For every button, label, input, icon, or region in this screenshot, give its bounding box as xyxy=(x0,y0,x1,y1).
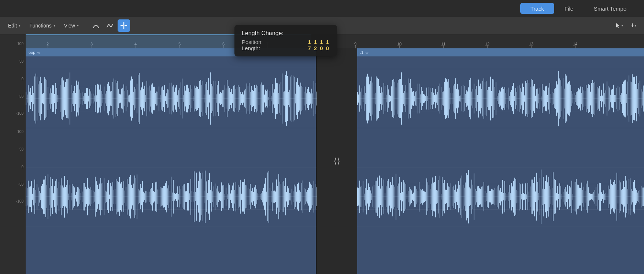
top-nav-bar: Track File Smart Tempo xyxy=(0,0,644,17)
svg-point-1 xyxy=(98,27,99,28)
region-right[interactable]: .1 ∞ xyxy=(357,48,644,274)
db-label-0-bot: 0 xyxy=(21,165,23,169)
track-area: oop ∞ ⟨⟩ .1 ∞ xyxy=(26,48,644,274)
splice-icon xyxy=(120,22,128,30)
functions-menu-button[interactable]: Functions ▾ xyxy=(26,21,59,30)
splice-tool-button[interactable] xyxy=(118,19,130,32)
envelope-icon xyxy=(106,22,114,29)
svg-point-0 xyxy=(93,27,94,28)
tooltip-title: Length Change: xyxy=(242,30,330,37)
ruler-tick-13 xyxy=(531,45,532,48)
view-label: View xyxy=(64,23,75,29)
waveform-top-right xyxy=(357,56,644,141)
region-right-header: .1 ∞ xyxy=(357,48,644,56)
db-label-50-top: 50 xyxy=(19,59,23,63)
envelope-tool-button[interactable] xyxy=(104,19,116,32)
edit-label: Edit xyxy=(8,23,17,29)
region-left[interactable]: oop ∞ xyxy=(26,48,317,274)
db-label-n50-bot: -50 xyxy=(18,182,23,186)
pointer-icon xyxy=(615,22,621,29)
db-label-n100-bot: -100 xyxy=(16,199,23,203)
tooltip-length-value: 7 2 0 0 xyxy=(308,45,330,51)
waveform-bottom-right xyxy=(357,155,644,239)
tooltip-length-row: Length: 7 2 0 0 xyxy=(242,45,330,51)
ruler-tick-14 xyxy=(575,45,575,48)
file-nav-button[interactable]: File xyxy=(554,3,584,14)
edit-menu-button[interactable]: Edit ▾ xyxy=(4,21,24,30)
toolbar-right: ▾ + ▾ xyxy=(612,19,640,32)
resize-cursor-icon: ⟨⟩ xyxy=(334,156,340,166)
tooltip-position-value: 1 1 1 1 xyxy=(308,39,330,45)
region-right-loop-icon: ∞ xyxy=(366,50,369,55)
ruler-tick-12 xyxy=(487,45,488,48)
tooltip-position-label: Position: xyxy=(242,39,263,45)
region-right-label: .1 xyxy=(360,50,363,55)
plus-icon: + xyxy=(630,22,634,29)
db-label-n100-top: -100 xyxy=(16,111,23,115)
functions-label: Functions xyxy=(29,23,52,29)
track-nav-button[interactable]: Track xyxy=(520,3,554,14)
ruler-tick-9 xyxy=(355,45,356,48)
pointer-tool-button[interactable]: ▾ xyxy=(612,19,625,32)
region-left-label: oop xyxy=(29,50,35,55)
functions-chevron-icon: ▾ xyxy=(53,23,55,27)
add-chevron-icon: ▾ xyxy=(634,23,636,27)
pointer-chevron-icon: ▾ xyxy=(621,23,623,27)
smart-tempo-nav-button[interactable]: Smart Tempo xyxy=(584,3,637,14)
db-label-100-top: 100 xyxy=(17,42,23,46)
db-label-50-bot: 50 xyxy=(19,147,23,151)
curve-tool-button[interactable] xyxy=(90,19,102,32)
tooltip-position-row: Position: 1 1 1 1 xyxy=(242,39,330,45)
add-tool-button[interactable]: + ▾ xyxy=(627,19,640,32)
view-chevron-icon: ▾ xyxy=(77,23,79,27)
tooltip: Length Change: Position: 1 1 1 1 Length:… xyxy=(234,25,337,56)
curve-icon xyxy=(92,22,100,29)
db-sidebar: 100 50 0 -50 -100 100 50 0 -50 -100 xyxy=(0,34,26,274)
view-menu-button[interactable]: View ▾ xyxy=(60,21,82,30)
db-label-100-bot: 100 xyxy=(17,130,23,134)
waveform-top-left xyxy=(26,56,317,141)
region-gap: ⟨⟩ xyxy=(317,48,357,274)
tooltip-length-label: Length: xyxy=(242,45,260,51)
ruler-tick-11 xyxy=(443,45,444,48)
db-label-0-top: 0 xyxy=(21,77,23,81)
edit-chevron-icon: ▾ xyxy=(19,23,21,27)
db-label-n50-top: -50 xyxy=(18,95,23,99)
waveform-bottom-left xyxy=(26,155,317,239)
region-left-loop-icon: ∞ xyxy=(37,50,40,55)
ruler-tick-10 xyxy=(399,45,400,48)
